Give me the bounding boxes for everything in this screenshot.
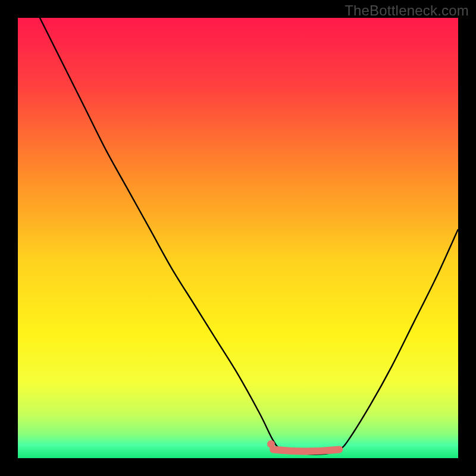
chart-frame: TheBottleneck.com xyxy=(0,0,476,476)
marker-band xyxy=(273,449,339,451)
plot-area xyxy=(18,18,458,458)
marker-dot xyxy=(267,440,275,448)
gradient-background xyxy=(18,18,458,458)
watermark-text: TheBottleneck.com xyxy=(345,2,469,19)
chart-svg xyxy=(18,18,458,458)
